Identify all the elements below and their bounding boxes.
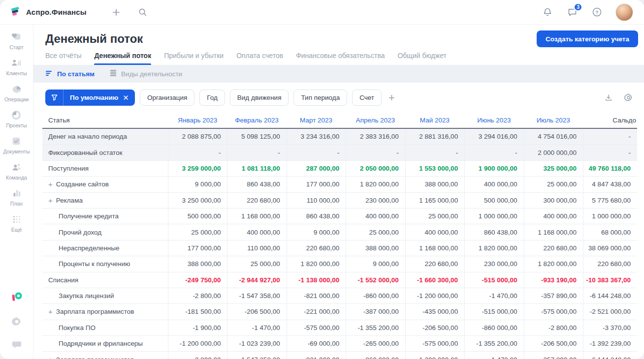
more-grid-icon (11, 214, 22, 225)
cell-value: - (583, 145, 637, 160)
cell-value: -575 000,00 (287, 320, 346, 336)
cell-value: 400 000,00 (346, 209, 405, 224)
cell-value: -69 000,00 (287, 336, 346, 352)
sidebar-item-start[interactable]: Старт (9, 31, 24, 50)
tab-cash-flow[interactable]: Денежный поток (94, 52, 151, 65)
row-label-cell: +Создание сайтов (42, 177, 168, 192)
sidebar-item-projects[interactable]: Проекты (6, 110, 27, 128)
row-label-cell: Денег на начало периода (42, 129, 168, 145)
cell-value: 1 820 000,00 (524, 256, 583, 272)
sidebar-chat-icon[interactable] (11, 339, 22, 352)
expand-row-icon[interactable]: + (48, 308, 53, 315)
by-articles-icon (45, 70, 53, 78)
cell-value: -2 800,00 (524, 320, 583, 336)
cell-value: 177 000,00 (287, 177, 346, 192)
cell-value: 230 000,00 (464, 256, 523, 272)
row-label-cell: +Зарплата программистов (42, 304, 168, 320)
sidebar-item-operations[interactable]: Операции (4, 84, 29, 102)
cell-value: -860 000,00 (464, 320, 523, 336)
topbar: Аспро.Финансы 3 ? (0, 0, 644, 25)
row-label-cell: Прочий доход (42, 224, 168, 240)
add-filter-icon[interactable]: + (388, 92, 395, 103)
cell-value: - (227, 145, 286, 160)
cell-value: 49 760 118,00 (583, 161, 637, 177)
create-plus-icon[interactable] (110, 6, 122, 18)
plan-icon (11, 188, 22, 199)
view-tab-activity-types[interactable]: Виды деятельности (109, 69, 182, 78)
export-download-icon[interactable] (603, 92, 614, 104)
cell-value: -515 000,00 (464, 272, 523, 288)
row-label: Зарплата программистов (56, 356, 134, 359)
brand[interactable]: Аспро.Финансы (10, 5, 87, 19)
expand-row-icon[interactable]: + (48, 180, 53, 188)
sidebar-item-documents[interactable]: Документы (3, 136, 30, 154)
cell-value: -435 000,00 (405, 304, 464, 320)
column-header-july[interactable]: Июль 2023 (524, 113, 583, 129)
filter-period-type-button[interactable]: Тип периода (293, 90, 347, 106)
aspro-mini-logo-icon[interactable] (10, 291, 23, 305)
cell-value: 1 820 000,00 (287, 256, 346, 272)
active-filter-pill[interactable]: По умолчанию ✕ (45, 90, 135, 106)
filter-organization-button[interactable]: Организация (140, 90, 194, 106)
row-label-cell: Подрядчики и фрилансеры (42, 336, 168, 352)
cell-value: 860 438,00 (287, 209, 346, 224)
cell-value: -515 000,00 (464, 304, 523, 320)
view-tab-by-articles[interactable]: По статьям (45, 70, 95, 78)
table-row: +Реклама3 250 000,00220 680,00110 000,00… (42, 193, 637, 209)
row-label-cell: Поступления (42, 161, 168, 177)
filter-account-button[interactable]: Счет (352, 90, 382, 106)
tab-general-budget[interactable]: Общий бюджет (397, 52, 446, 65)
table-settings-gear-icon[interactable] (622, 92, 634, 104)
column-header-february[interactable]: Февраль 2023 (227, 113, 286, 129)
clear-filter-icon[interactable]: ✕ (123, 94, 129, 101)
cell-value: 388 000,00 (168, 256, 227, 272)
expand-row-icon[interactable]: + (48, 356, 53, 359)
tab-financial-obligations[interactable]: Финансовые обязательства (296, 52, 385, 65)
filter-movement-type-button[interactable]: Вид движения (230, 90, 289, 106)
column-header-may[interactable]: Май 2023 (405, 113, 464, 129)
user-avatar[interactable] (615, 3, 633, 21)
create-category-button[interactable]: Создать категорию учета (537, 30, 638, 47)
cell-value: 860 438,00 (227, 177, 286, 192)
column-header-january[interactable]: Январь 2023 (168, 113, 227, 129)
cell-value: 500 000,00 (464, 193, 523, 209)
cell-value: -1 552 000,00 (346, 272, 405, 288)
cell-value: 2 881 316,00 (405, 129, 464, 145)
filter-year-button[interactable]: Год (199, 90, 225, 106)
cell-value: - (168, 145, 227, 160)
table-row: Проценты к получению388 000,0025 000,001… (42, 256, 637, 272)
cell-value: - (464, 145, 523, 160)
sidebar-settings-gear-icon[interactable] (11, 316, 22, 329)
column-header-april[interactable]: Апрель 2023 (346, 113, 405, 129)
cell-value: 388 000,00 (346, 240, 405, 256)
row-label-cell: Фиксированный остаток (42, 145, 168, 160)
table-body: Денег на начало периода2 088 875,005 098… (42, 129, 637, 359)
table-row: +Зарплата программистов-181 500,00-206 5… (42, 304, 637, 320)
sidebar-item-clients[interactable]: Клиенты (6, 58, 27, 76)
tab-invoice-payment[interactable]: Оплата счетов (236, 52, 283, 65)
cell-value: -1 023 239,00 (227, 336, 286, 352)
expand-row-icon[interactable]: + (48, 197, 53, 204)
column-header-march[interactable]: Март 2023 (287, 113, 346, 129)
sidebar-item-team[interactable]: Команда (6, 162, 27, 180)
tab-profit-loss[interactable]: Прибыли и убытки (164, 52, 224, 65)
row-label-cell: Покупка ПО (42, 320, 168, 336)
row-label-cell: +Реклама (42, 193, 168, 209)
column-header-june[interactable]: Июнь 2023 (464, 113, 523, 129)
sidebar-item-plan[interactable]: План (10, 188, 23, 207)
cell-value: 1 900 000,00 (464, 161, 523, 177)
cell-value: -357 890,00 (524, 352, 583, 359)
table-row: Фиксированный остаток------2 000 000,00- (42, 145, 637, 160)
row-label-cell: Получение кредита (42, 209, 168, 224)
search-icon[interactable] (137, 6, 149, 18)
operations-icon (11, 84, 22, 94)
row-label-cell: Нераспределенные (42, 240, 168, 256)
tab-all-reports[interactable]: Все отчёты (45, 52, 81, 65)
notifications-bell-icon[interactable] (542, 6, 553, 18)
cell-value: -1 470,00 (464, 288, 523, 304)
cell-value: 400 000,00 (227, 224, 286, 240)
sidebar-item-more[interactable]: Ещё (11, 214, 22, 233)
cell-value: 25 000,00 (524, 177, 583, 192)
messages-chat-icon[interactable]: 3 (566, 6, 578, 18)
help-icon[interactable]: ? (591, 6, 603, 18)
